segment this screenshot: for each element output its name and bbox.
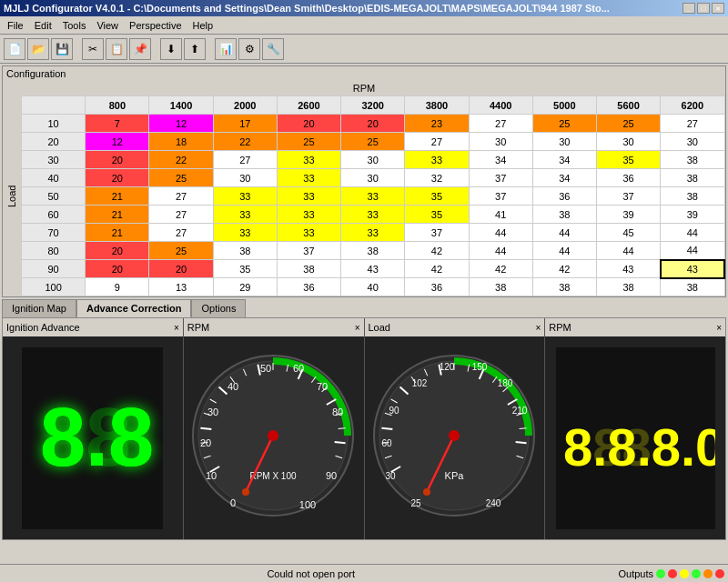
table-cell[interactable]: 25 [341,133,405,151]
table-cell[interactable]: 38 [661,169,724,187]
table-cell[interactable]: 42 [405,260,469,278]
menu-perspective[interactable]: Perspective [124,18,187,33]
table-cell[interactable]: 37 [405,224,469,242]
table-cell[interactable]: 27 [149,224,213,242]
table-cell[interactable]: 21 [86,187,149,206]
table-cell[interactable]: 37 [469,187,532,206]
table-cell[interactable]: 44 [469,224,532,242]
menu-tools[interactable]: Tools [57,18,92,33]
copy-button[interactable]: 📋 [106,38,127,60]
table-cell[interactable]: 38 [277,260,340,278]
gauge-rpm-analog-close[interactable]: × [355,323,360,333]
open-button[interactable]: 📂 [27,38,49,60]
tab-advance-correction[interactable]: Advance Correction [76,299,192,317]
table-cell[interactable]: 27 [661,115,724,133]
table-cell[interactable]: 39 [661,206,724,224]
table-cell[interactable]: 39 [596,206,660,224]
table-cell[interactable]: 38 [596,278,660,296]
table-cell[interactable]: 29 [213,278,277,296]
tab-options[interactable]: Options [191,299,246,317]
table-cell[interactable]: 30 [341,169,405,187]
table-cell[interactable]: 20 [149,260,213,278]
table-cell[interactable]: 27 [469,115,532,133]
table-cell[interactable]: 38 [661,151,724,169]
table-cell[interactable]: 34 [532,151,596,169]
chart-button[interactable]: 📊 [215,38,237,60]
table-cell[interactable]: 33 [213,187,277,206]
table-cell[interactable]: 33 [341,187,405,206]
table-cell[interactable]: 20 [341,115,405,133]
table-cell[interactable]: 12 [149,115,213,133]
wrench-button[interactable]: 🔧 [262,38,284,60]
table-cell[interactable]: 38 [532,206,596,224]
table-cell[interactable]: 27 [149,206,213,224]
table-cell[interactable]: 25 [596,115,660,133]
table-cell[interactable]: 20 [86,260,149,278]
table-cell[interactable]: 18 [149,133,213,151]
settings-button[interactable]: ⚙ [238,38,260,60]
table-cell[interactable]: 45 [596,224,660,242]
minimize-button[interactable]: _ [682,3,695,14]
table-cell[interactable]: 20 [86,151,149,169]
table-cell[interactable]: 36 [596,169,660,187]
table-cell[interactable]: 20 [86,242,149,260]
table-cell[interactable]: 43 [661,260,724,278]
table-cell[interactable]: 20 [86,169,149,187]
table-cell[interactable]: 33 [277,169,340,187]
paste-button[interactable]: 📌 [129,38,151,60]
table-cell[interactable]: 30 [661,133,724,151]
table-cell[interactable]: 22 [213,133,277,151]
maximize-button[interactable]: □ [697,3,710,14]
table-cell[interactable]: 25 [277,133,340,151]
table-cell[interactable]: 36 [277,278,340,296]
table-cell[interactable]: 35 [405,206,469,224]
new-button[interactable]: 📄 [4,38,25,60]
table-cell[interactable]: 7 [86,115,149,133]
window-controls[interactable]: _ □ × [682,3,724,14]
table-cell[interactable]: 44 [532,224,596,242]
table-cell[interactable]: 36 [532,187,596,206]
table-cell[interactable]: 37 [469,169,532,187]
tab-ignition-map[interactable]: Ignition Map [2,299,76,317]
table-cell[interactable]: 9 [86,278,149,296]
table-cell[interactable]: 33 [277,187,340,206]
table-cell[interactable]: 34 [469,151,532,169]
table-cell[interactable]: 37 [596,187,660,206]
table-cell[interactable]: 20 [277,115,340,133]
table-cell[interactable]: 30 [596,133,660,151]
table-cell[interactable]: 12 [86,133,149,151]
table-cell[interactable]: 43 [341,260,405,278]
table-cell[interactable]: 44 [596,242,660,260]
table-cell[interactable]: 30 [532,133,596,151]
upload-button[interactable]: ⬆ [184,38,206,60]
table-cell[interactable]: 13 [149,278,213,296]
table-cell[interactable]: 21 [86,206,149,224]
table-cell[interactable]: 44 [661,242,724,260]
table-cell[interactable]: 40 [341,278,405,296]
table-cell[interactable]: 44 [469,242,532,260]
table-cell[interactable]: 23 [405,115,469,133]
table-cell[interactable]: 44 [532,242,596,260]
table-cell[interactable]: 35 [213,260,277,278]
table-cell[interactable]: 42 [469,260,532,278]
table-cell[interactable]: 32 [405,169,469,187]
table-cell[interactable]: 44 [661,224,724,242]
table-cell[interactable]: 37 [277,242,340,260]
menu-view[interactable]: View [91,18,124,33]
table-cell[interactable]: 42 [532,260,596,278]
table-cell[interactable]: 36 [405,278,469,296]
table-cell[interactable]: 33 [277,206,340,224]
table-cell[interactable]: 33 [405,151,469,169]
table-cell[interactable]: 33 [277,224,340,242]
table-cell[interactable]: 41 [469,206,532,224]
table-cell[interactable]: 22 [149,151,213,169]
menu-help[interactable]: Help [187,18,219,33]
menu-file[interactable]: File [2,18,29,33]
table-cell[interactable]: 17 [213,115,277,133]
table-cell[interactable]: 33 [341,206,405,224]
table-cell[interactable]: 25 [149,169,213,187]
table-cell[interactable]: 27 [213,151,277,169]
table-cell[interactable]: 21 [86,224,149,242]
table-cell[interactable]: 33 [213,224,277,242]
table-cell[interactable]: 33 [213,206,277,224]
